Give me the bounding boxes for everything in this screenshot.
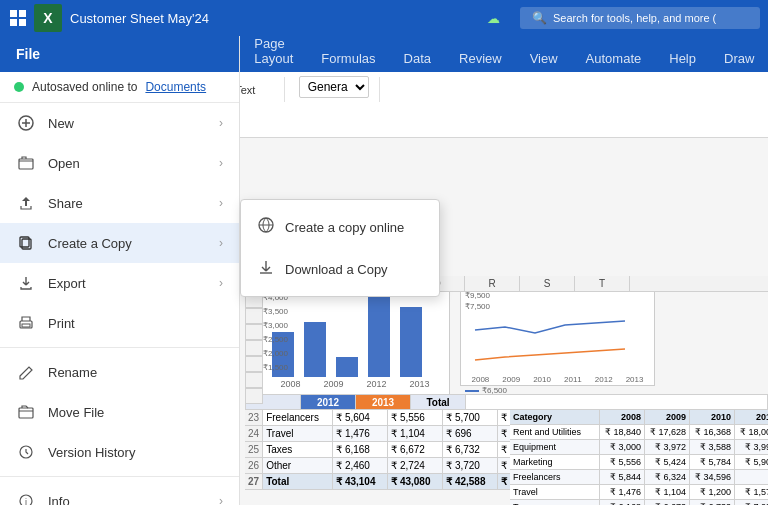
svg-rect-3 <box>19 19 26 26</box>
menu-item-info-label: Info <box>48 494 70 506</box>
bar-chart-labels: 2008200920122013 <box>261 377 449 391</box>
cloud-icon: ☁ <box>487 11 500 26</box>
row-numbers <box>245 292 263 404</box>
workbook-title: Customer Sheet May'24 <box>70 11 487 26</box>
file-menu-header: File <box>0 36 239 72</box>
menu-item-export-label: Export <box>48 276 86 291</box>
menu-item-version-history[interactable]: Version History <box>0 432 239 472</box>
create-copy-arrow-icon: › <box>219 236 223 250</box>
tab-automate[interactable]: Automate <box>572 45 656 72</box>
file-menu: File Autosaved online to Documents New ›… <box>0 36 240 505</box>
export-icon <box>16 273 36 293</box>
new-icon <box>16 113 36 133</box>
bar-2013 <box>400 307 422 377</box>
menu-item-move-file[interactable]: Move File <box>0 392 239 432</box>
svg-text:i: i <box>25 497 27 505</box>
year-header-row: 2012 2013 Total <box>245 394 768 410</box>
search-placeholder: Search for tools, help, and more ( <box>553 12 716 24</box>
submenu-item-download-copy[interactable]: Download a Copy <box>241 248 439 290</box>
info-arrow-icon: › <box>219 494 223 505</box>
bar-2010 <box>336 357 358 377</box>
export-arrow-icon: › <box>219 276 223 290</box>
share-icon <box>16 193 36 213</box>
tab-help[interactable]: Help <box>655 45 710 72</box>
menu-item-open-label: Open <box>48 156 80 171</box>
bar-2009 <box>304 322 326 377</box>
print-icon <box>16 313 36 333</box>
new-arrow-icon: › <box>219 116 223 130</box>
svg-rect-11 <box>22 324 30 327</box>
search-icon: 🔍 <box>532 11 547 25</box>
menu-item-export[interactable]: Export › <box>0 263 239 303</box>
menu-item-create-copy[interactable]: Create a Copy › <box>0 223 239 263</box>
menu-item-print-label: Print <box>48 316 75 331</box>
create-copy-submenu: Create a copy online Download a Copy <box>240 199 440 297</box>
tab-data[interactable]: Data <box>390 45 445 72</box>
open-icon <box>16 153 36 173</box>
submenu-item-download-label: Download a Copy <box>285 262 388 277</box>
number-format-dropdown[interactable]: General <box>299 76 369 98</box>
submenu-item-create-online[interactable]: Create a copy online <box>241 206 439 248</box>
menu-item-create-copy-label: Create a Copy <box>48 236 132 251</box>
autosave-bar: Autosaved online to Documents <box>0 72 239 103</box>
svg-rect-1 <box>19 10 26 17</box>
rename-icon <box>16 362 36 382</box>
create-online-icon <box>257 216 275 238</box>
svg-rect-2 <box>10 19 17 26</box>
create-copy-icon <box>16 233 36 253</box>
submenu-item-create-online-label: Create a copy online <box>285 220 404 235</box>
svg-rect-0 <box>10 10 17 17</box>
apps-icon[interactable] <box>8 8 28 28</box>
autosave-link[interactable]: Documents <box>145 80 206 94</box>
excel-icon: X <box>34 4 62 32</box>
bar-2012 <box>368 297 390 377</box>
tab-review[interactable]: Review <box>445 45 516 72</box>
category-table: Category 2008 2009 2010 2011 2012 Rent a… <box>510 410 768 505</box>
tab-formulas[interactable]: Formulas <box>307 45 389 72</box>
menu-item-new[interactable]: New › <box>0 103 239 143</box>
menu-item-share[interactable]: Share › <box>0 183 239 223</box>
move-file-icon <box>16 402 36 422</box>
autosave-text: Autosaved online to <box>32 80 137 94</box>
tab-draw[interactable]: Draw <box>710 45 768 72</box>
version-history-icon <box>16 442 36 462</box>
info-icon: i <box>16 491 36 505</box>
menu-divider-2 <box>0 476 239 477</box>
svg-rect-12 <box>19 408 33 418</box>
autosave-indicator <box>14 82 24 92</box>
download-icon <box>257 258 275 280</box>
title-bar: X Customer Sheet May'24 ☁ 🔍 Search for t… <box>0 0 768 36</box>
menu-item-move-file-label: Move File <box>48 405 104 420</box>
menu-item-rename[interactable]: Rename <box>0 352 239 392</box>
menu-item-new-label: New <box>48 116 74 131</box>
menu-divider-1 <box>0 347 239 348</box>
menu-item-info[interactable]: i Info › <box>0 481 239 505</box>
tab-page-layout[interactable]: Page Layout <box>240 30 307 72</box>
menu-item-open[interactable]: Open › <box>0 143 239 183</box>
search-bar[interactable]: 🔍 Search for tools, help, and more ( <box>520 7 760 29</box>
menu-item-print[interactable]: Print <box>0 303 239 343</box>
menu-item-share-label: Share <box>48 196 83 211</box>
line-chart: ₹9,500 ₹7,500 200820092010201120122013 ₹… <box>460 286 655 386</box>
menu-item-rename-label: Rename <box>48 365 97 380</box>
open-arrow-icon: › <box>219 156 223 170</box>
menu-item-version-history-label: Version History <box>48 445 135 460</box>
share-arrow-icon: › <box>219 196 223 210</box>
tab-view[interactable]: View <box>516 45 572 72</box>
